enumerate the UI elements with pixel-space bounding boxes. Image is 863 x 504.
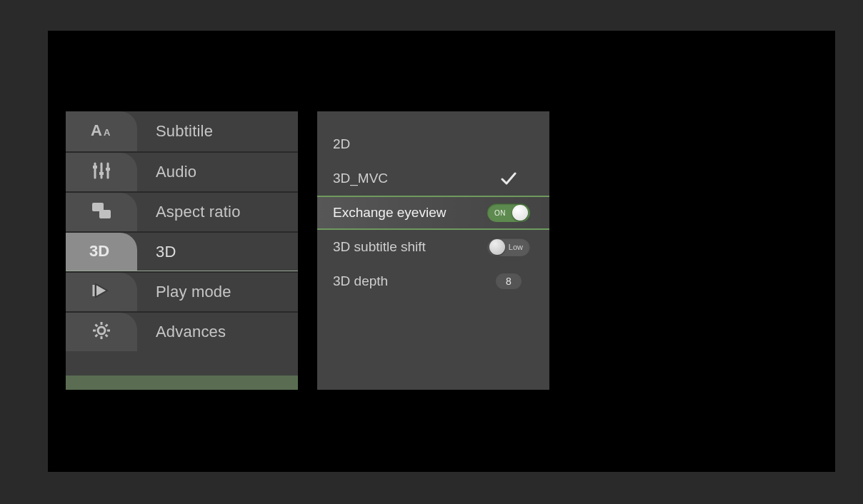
- menu-item-subtitle[interactable]: A A Subtitile: [66, 111, 298, 151]
- option-exchange-eyeview[interactable]: Exchange eyeview ON: [317, 196, 549, 230]
- menu-item-3d[interactable]: 3D 3D: [66, 231, 298, 271]
- option-3d-mvc[interactable]: 3D_MVC: [317, 161, 549, 196]
- gear-icon: [92, 321, 111, 343]
- menu-item-label: Audio: [156, 153, 196, 191]
- equalizer-icon: [91, 161, 111, 183]
- menu-item-label: Subtitile: [156, 111, 213, 151]
- option-label: 3D subtitle shift: [333, 239, 484, 255]
- menu-footer-bar: [66, 376, 298, 390]
- player-screen: A A Subtitile: [48, 31, 835, 472]
- svg-line-22: [106, 325, 108, 327]
- menu-tab: [66, 273, 137, 311]
- menu-tab: [66, 153, 137, 191]
- toggle-knob: [512, 205, 528, 221]
- menu-item-advances[interactable]: Advances: [66, 311, 298, 351]
- svg-text:A: A: [91, 121, 102, 139]
- menu-item-label: Aspect ratio: [156, 193, 241, 231]
- option-label: 3D depth: [333, 273, 484, 289]
- menu-item-label: Play mode: [156, 273, 231, 311]
- check-icon: [484, 169, 534, 188]
- option-3d-subtitle-shift[interactable]: 3D subtitle shift Low: [317, 230, 549, 264]
- svg-rect-7: [106, 168, 110, 171]
- option-label: 3D_MVC: [333, 171, 484, 186]
- menu-item-label: Advances: [156, 313, 226, 351]
- toggle-subtitle-shift[interactable]: Low: [487, 238, 530, 256]
- svg-rect-5: [93, 166, 97, 168]
- font-size-icon: A A: [89, 121, 114, 142]
- svg-line-20: [106, 335, 108, 337]
- depth-value[interactable]: 8: [496, 273, 522, 289]
- toggle-state-label: Low: [509, 238, 523, 256]
- menu-item-label: 3D: [156, 233, 176, 271]
- svg-point-14: [98, 327, 105, 334]
- option-2d[interactable]: 2D: [317, 127, 549, 161]
- menu-tab: A A: [66, 111, 137, 151]
- svg-rect-6: [99, 172, 104, 175]
- menu-tab: [66, 313, 137, 351]
- toggle-state-label: ON: [494, 203, 506, 222]
- menu-item-play-mode[interactable]: Play mode: [66, 271, 298, 311]
- settings-menu: A A Subtitile: [66, 111, 298, 390]
- aspect-ratio-icon: [91, 201, 112, 223]
- three-d-panel: 2D 3D_MVC Exchange eyeview ON 3D subtitl…: [317, 111, 549, 390]
- option-label: 2D: [333, 136, 484, 152]
- svg-marker-11: [96, 284, 107, 297]
- menu-tab: [66, 193, 137, 231]
- three-d-icon: 3D: [88, 241, 115, 263]
- svg-rect-9: [99, 210, 111, 218]
- menu-item-aspect-ratio[interactable]: Aspect ratio: [66, 191, 298, 231]
- play-mode-icon: [91, 281, 111, 303]
- toggle-knob: [489, 239, 505, 255]
- svg-line-21: [96, 335, 98, 337]
- menu-item-audio[interactable]: Audio: [66, 151, 298, 191]
- toggle-exchange-eyeview[interactable]: ON: [487, 203, 530, 222]
- svg-line-19: [96, 325, 98, 327]
- option-label: Exchange eyeview: [333, 205, 484, 221]
- svg-text:A: A: [104, 127, 111, 138]
- menu-tab: 3D: [66, 233, 137, 271]
- svg-text:3D: 3D: [89, 242, 109, 260]
- option-3d-depth[interactable]: 3D depth 8: [317, 264, 549, 298]
